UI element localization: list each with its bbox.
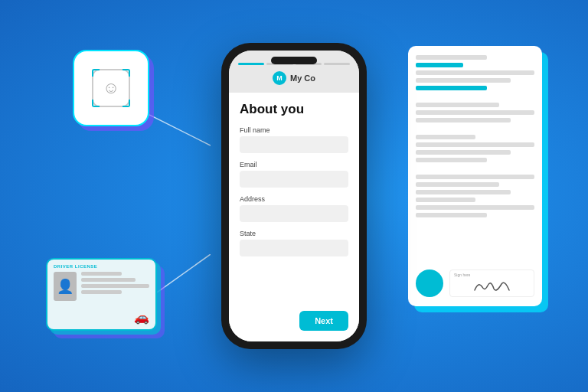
doc-line-2 [416, 70, 534, 75]
corner-tr [122, 69, 130, 77]
field-state: State [240, 230, 348, 256]
doc-signature-box[interactable]: Sign here [449, 270, 534, 297]
driver-license-card: DRIVER LICENSE 👤 🚗 [46, 258, 157, 331]
phone: M My Co About you Full name Email [221, 43, 367, 349]
connector-face-to-phone [149, 107, 211, 153]
license-lines [81, 272, 149, 294]
doc-line-12 [416, 182, 499, 187]
doc-spacer-1 [416, 93, 534, 100]
doc-line-4 [416, 103, 499, 107]
license-photo: 👤 [54, 272, 77, 301]
state-label: State [240, 230, 348, 237]
doc-spacer-2 [416, 126, 534, 132]
doc-line-3 [416, 78, 511, 83]
smiley-face: ☺ [103, 78, 119, 98]
doc-line-10 [416, 158, 487, 162]
doc-line-8 [416, 142, 534, 147]
doc-line-6 [416, 118, 511, 122]
state-input[interactable] [240, 240, 348, 256]
form-title: About you [240, 102, 348, 117]
doc-body: Sign here [408, 46, 542, 306]
face-card-body: ☺ [73, 50, 149, 126]
doc-line-7 [416, 135, 475, 139]
sign-label: Sign here [454, 273, 470, 277]
doc-circle-stamp [416, 270, 443, 297]
corner-bl [92, 100, 100, 107]
person-icon: 👤 [57, 278, 74, 295]
field-email: Email [240, 161, 348, 188]
field-fullname: Full name [240, 126, 348, 153]
doc-lines [416, 55, 534, 263]
scene: ☺ DRIVER LICENSE 👤 [0, 0, 588, 392]
license-content: 👤 [54, 272, 149, 301]
fullname-label: Full name [240, 126, 348, 134]
doc-line-11 [416, 175, 534, 179]
signature-svg [471, 278, 513, 295]
document-card: Sign here [408, 46, 542, 306]
doc-line-14 [416, 198, 475, 202]
phone-notch [271, 57, 317, 64]
email-label: Email [240, 161, 348, 168]
fullname-input[interactable] [240, 136, 348, 153]
license-line-1 [81, 272, 122, 276]
corner-tl [92, 69, 100, 77]
license-line-2 [81, 278, 136, 282]
connector-license-to-phone [157, 254, 211, 292]
face-id-card: ☺ [73, 50, 149, 126]
doc-line-13 [416, 190, 511, 194]
license-body: DRIVER LICENSE 👤 🚗 [46, 258, 157, 331]
license-line-3 [81, 284, 149, 288]
address-input[interactable] [240, 205, 348, 222]
progress-bar-1 [238, 63, 264, 65]
doc-line-16 [416, 213, 487, 217]
doc-spacer-3 [416, 165, 534, 172]
progress-bar-4 [324, 63, 350, 65]
doc-footer: Sign here [416, 270, 534, 297]
license-line-4 [81, 290, 122, 294]
car-icon: 🚗 [134, 310, 149, 325]
doc-line-accent-1 [416, 63, 463, 67]
logo-area: M My Co [273, 71, 315, 85]
corner-br [122, 100, 130, 107]
form-content: About you Full name Email Address [229, 93, 359, 305]
face-icon: ☺ [90, 67, 132, 109]
doc-line-15 [416, 205, 534, 210]
doc-line-9 [416, 150, 511, 155]
license-title: DRIVER LICENSE [54, 264, 149, 269]
next-button[interactable]: Next [299, 311, 348, 331]
svg-line-1 [157, 254, 211, 292]
field-address: Address [240, 195, 348, 222]
logo-text: My Co [290, 74, 315, 83]
phone-screen: M My Co About you Full name Email [229, 51, 359, 341]
doc-line-1 [416, 55, 487, 60]
doc-line-5 [416, 110, 534, 115]
logo-icon: M [273, 71, 286, 85]
face-scan-frame: ☺ [92, 69, 130, 107]
email-input[interactable] [240, 171, 348, 188]
screen-content: M My Co About you Full name Email [229, 51, 359, 341]
phone-footer: Next [229, 305, 359, 341]
doc-line-accent-2 [416, 86, 487, 90]
address-label: Address [240, 195, 348, 203]
svg-line-0 [149, 115, 211, 145]
